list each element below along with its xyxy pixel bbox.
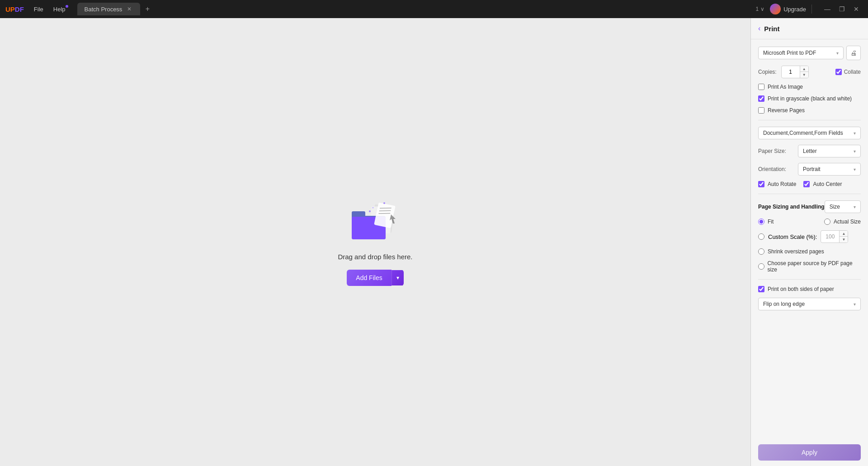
panel-body: Microsoft Print to PDF ▾ 🖨 Copies: ▲ ▼ [751,39,868,317]
paper-size-selector[interactable]: Letter ▾ [798,145,861,157]
size-type-selector[interactable]: Size ▾ [825,200,861,213]
actual-size-label[interactable]: Actual Size [834,219,861,225]
printer-row: Microsoft Print to PDF ▾ 🖨 [758,46,861,60]
reverse-pages-label[interactable]: Reverse Pages [768,107,805,114]
right-panel: ‹ Print Microsoft Print to PDF ▾ 🖨 Copie… [750,18,868,466]
scale-decrement[interactable]: ▼ [840,237,848,243]
add-files-label[interactable]: Add Files [347,270,391,286]
orientation-arrow: ▾ [854,167,856,172]
folder-illustration [348,199,402,244]
panel-back-button[interactable]: ‹ [758,24,760,33]
fit-radio[interactable] [758,219,764,225]
copies-decrement[interactable]: ▼ [800,72,808,78]
printer-selector[interactable]: Microsoft Print to PDF ▾ [758,47,844,59]
svg-point-9 [369,210,371,212]
printer-selector-arrow: ▾ [836,51,839,56]
content-area: Drag and drop files here. Add Files ▾ [0,18,750,466]
upgrade-button[interactable]: Upgrade [770,4,806,14]
shrink-row: Shrink oversized pages [758,248,861,255]
print-as-image-label[interactable]: Print As Image [768,84,803,90]
tab-bar: Batch Process ✕ + [77,3,153,15]
auto-center-checkbox[interactable] [803,181,810,187]
choose-paper-label[interactable]: Choose paper source by PDF page size [768,260,861,273]
scale-spinners: ▲ ▼ [839,231,848,243]
window-controls: — ❐ ✕ [821,3,863,15]
panel-header: ‹ Print [751,18,868,39]
apply-button-wrap: Apply [751,439,868,466]
svg-point-11 [383,202,385,204]
printer-settings-icon: 🖨 [850,49,857,57]
orientation-row: Orientation: Portrait ▾ [758,163,861,176]
orientation-label: Orientation: [758,166,794,172]
shrink-label[interactable]: Shrink oversized pages [768,248,824,255]
tab-close-button[interactable]: ✕ [126,5,133,13]
reverse-pages-checkbox[interactable] [758,107,764,114]
minimize-button[interactable]: — [821,3,834,15]
copies-input-wrapper: ▲ ▼ [781,66,809,78]
page-sizing-label: Page Sizing and Handling [758,204,825,210]
size-type-arrow: ▾ [854,204,856,209]
paper-size-arrow: ▾ [854,149,856,154]
auto-rotate-row: Auto Rotate [758,181,796,187]
print-as-image-checkbox[interactable] [758,84,764,90]
title-bar-right: 1 ∨ Upgrade — ❐ ✕ [755,3,863,15]
paper-size-label: Paper Size: [758,148,794,154]
menu-bar: File Help [29,4,70,14]
auto-rotate-label[interactable]: Auto Rotate [768,181,796,187]
both-sides-checkbox[interactable] [758,286,764,292]
custom-scale-label[interactable]: Custom Scale (%): [768,233,817,240]
auto-options-row: Auto Rotate Auto Center [758,181,861,187]
tab-batch-process[interactable]: Batch Process ✕ [77,3,141,15]
copies-spinners: ▲ ▼ [800,66,808,78]
reverse-pages-row: Reverse Pages [758,107,861,114]
collate-label[interactable]: Collate [844,69,861,75]
shrink-radio[interactable] [758,248,764,255]
close-button[interactable]: ✕ [850,3,863,15]
flip-selector[interactable]: Flip on long edge ▾ [758,298,861,310]
copies-input[interactable] [782,67,800,77]
page-sizing-header: Page Sizing and Handling Size ▾ [758,200,861,213]
actual-size-radio[interactable] [824,219,830,225]
auto-center-label[interactable]: Auto Center [813,181,842,187]
svg-point-10 [372,207,373,208]
choose-paper-radio[interactable] [758,263,764,270]
copies-increment[interactable]: ▲ [800,66,808,72]
printer-settings-button[interactable]: 🖨 [846,46,861,60]
logo-up: UP [5,5,15,13]
fit-label[interactable]: Fit [768,219,795,225]
auto-center-row: Auto Center [803,181,842,187]
scale-increment[interactable]: ▲ [840,231,848,237]
orientation-selector[interactable]: Portrait ▾ [798,163,861,176]
title-bar: UPDF File Help Batch Process ✕ + 1 ∨ Upg… [0,0,868,18]
app-logo: UPDF [5,5,24,13]
maximize-button[interactable]: ❐ [835,3,848,15]
both-sides-label[interactable]: Print on both sides of paper [768,286,834,292]
scale-input[interactable] [821,232,839,242]
new-tab-button[interactable]: + [142,4,153,14]
apply-button[interactable]: Apply [758,444,861,461]
flip-arrow: ▾ [854,302,856,307]
menu-file[interactable]: File [29,4,48,14]
custom-scale-radio[interactable] [758,233,764,240]
choose-paper-row: Choose paper source by PDF page size [758,260,861,273]
divider-1 [758,120,861,120]
scale-input-wrapper: ▲ ▼ [821,230,848,243]
grayscale-label[interactable]: Print in grayscale (black and white) [768,95,852,102]
document-type-selector[interactable]: Document,Comment,Form Fields ▾ [758,127,861,139]
version-selector[interactable]: 1 ∨ [755,6,764,12]
fit-radio-row: Fit [758,219,795,225]
collate-wrap: Collate [835,69,861,75]
grayscale-checkbox[interactable] [758,95,764,102]
add-files-dropdown-arrow[interactable]: ▾ [392,270,404,285]
fit-actual-row: Fit Actual Size [758,219,861,225]
add-files-button[interactable]: Add Files ▾ [347,270,403,286]
main-container: Drag and drop files here. Add Files ▾ ‹ … [0,18,868,466]
help-notification-dot [66,5,68,8]
custom-scale-row: Custom Scale (%): ▲ ▼ [758,230,861,243]
divider-2 [758,194,861,194]
paper-size-row: Paper Size: Letter ▾ [758,145,861,157]
grayscale-row: Print in grayscale (black and white) [758,95,861,102]
menu-help[interactable]: Help [49,4,70,14]
collate-checkbox[interactable] [835,69,842,75]
auto-rotate-checkbox[interactable] [758,181,764,187]
